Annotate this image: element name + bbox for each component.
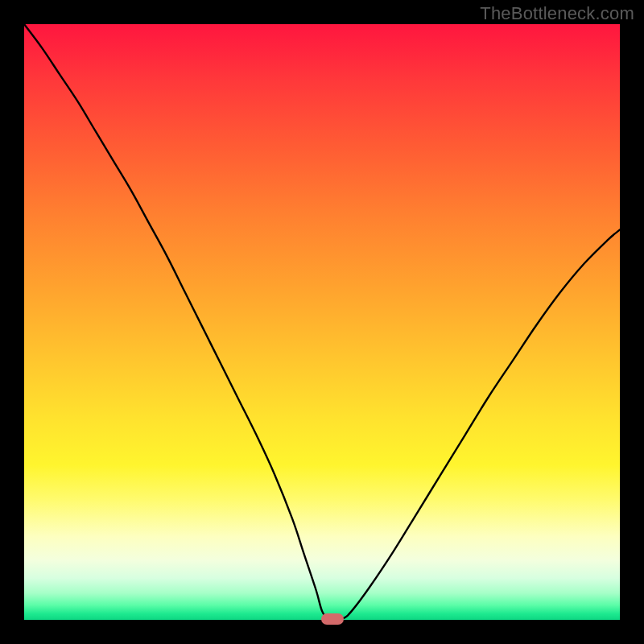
bottleneck-curve xyxy=(24,24,620,620)
optimum-marker xyxy=(321,613,344,625)
chart-frame: TheBottleneck.com xyxy=(0,0,644,644)
plot-area xyxy=(24,24,620,620)
watermark-text: TheBottleneck.com xyxy=(480,3,634,24)
curve-path xyxy=(24,24,620,619)
